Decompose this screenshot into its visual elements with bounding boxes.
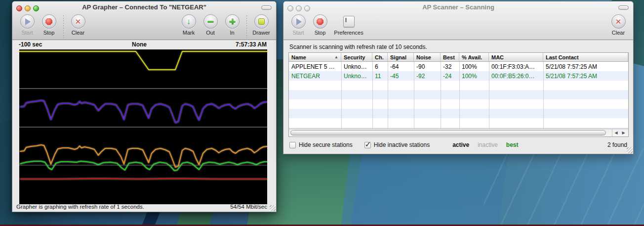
play-icon (291, 14, 306, 29)
legend-best: best (506, 141, 519, 148)
preferences-icon (343, 14, 355, 29)
table-row-applenet[interactable]: APPLENET 5 … Unkno… 6 -64 -90 -32 100% 0… (289, 62, 628, 71)
scanner-status-text: Scanner is scanning with refresh rate of… (289, 44, 427, 50)
hide-inactive-label: Hide inactive stations (374, 141, 430, 148)
series-signal-purple (20, 100, 267, 123)
scanner-footer: Hide secure stations Hide inactive stati… (283, 140, 633, 150)
column-header-channel[interactable]: Ch. (372, 53, 388, 61)
scanner-window-title: AP Scanner – Scanning (318, 3, 599, 11)
table-header: Name▲ Security Ch. Signal Noise Best % A… (289, 53, 628, 62)
scroll-left-arrow[interactable]: ◀ (612, 129, 620, 136)
mark-arrow-icon: ↓ (182, 14, 196, 29)
clear-x-icon: ✕ (611, 14, 626, 29)
grapher-window: AP Grapher – Connected To "NETGEAR" Star… (12, 1, 277, 212)
table-row-netgear[interactable]: NETGEAR Unkno… 11 -45 -92 -24 100% 00:0F… (289, 71, 628, 81)
found-count: 2 found (607, 141, 627, 148)
scanner-titlebar[interactable]: AP Scanner – Scanning (283, 1, 633, 12)
stop-button[interactable]: Stop (309, 14, 331, 36)
zoom-in-button[interactable]: In (221, 14, 243, 36)
zoom-button[interactable] (33, 5, 39, 11)
scale-time-label: 7:57:33 AM (236, 41, 267, 48)
minimize-button[interactable] (25, 5, 31, 11)
hide-secure-label: Hide secure stations (299, 141, 353, 148)
mark-button[interactable]: ↓ Mark (178, 14, 200, 36)
column-header-mac[interactable]: MAC (489, 53, 543, 61)
hide-inactive-checkbox-group[interactable]: Hide inactive stations (364, 141, 430, 148)
zoom-button[interactable] (304, 5, 310, 11)
legend-active: active (452, 141, 469, 148)
status-legend: active inactive best (452, 141, 518, 148)
graph-scale-row: -100 sec None 7:57:33 AM (12, 40, 276, 49)
plus-icon (225, 14, 240, 29)
preferences-button[interactable]: Preferences (331, 14, 366, 36)
grapher-window-chrome: AP Grapher – Connected To "NETGEAR" Star… (12, 1, 276, 40)
table-body: APPLENET 5 … Unkno… 6 -64 -90 -32 100% 0… (289, 62, 628, 129)
column-header-name[interactable]: Name▲ (289, 53, 341, 61)
grapher-titlebar[interactable]: AP Grapher – Connected To "NETGEAR" (12, 1, 276, 12)
clear-button[interactable]: ✕ Clear (67, 14, 89, 36)
scale-center-label: None (12, 41, 266, 48)
minimize-button[interactable] (296, 5, 302, 11)
minus-icon (203, 14, 218, 29)
sort-ascending-icon: ▲ (332, 55, 338, 59)
hide-secure-checkbox[interactable] (289, 142, 296, 148)
clear-button[interactable]: ✕ Clear (607, 14, 629, 36)
column-header-security[interactable]: Security (341, 53, 372, 61)
series-baseline-red (20, 179, 267, 179)
scanner-window-chrome: AP Scanner – Scanning Start Stop Prefere… (283, 1, 633, 40)
grapher-window-title: AP Grapher – Connected To "NETGEAR" (47, 3, 242, 11)
column-header-signal[interactable]: Signal (388, 53, 414, 61)
column-header-best[interactable]: Best (441, 53, 459, 61)
legend-inactive: inactive (478, 141, 498, 148)
grapher-content: -100 sec None 7:57:33 AM Grapher is grap… (12, 40, 276, 212)
scanner-content: Scanner is scanning with refresh rate of… (283, 40, 633, 154)
series-rate-orange (20, 145, 267, 167)
scanner-window: AP Scanner – Scanning Start Stop Prefere… (283, 1, 634, 154)
close-button[interactable] (16, 5, 22, 11)
toolbar-separator (246, 15, 247, 38)
clear-x-icon: ✕ (71, 14, 85, 29)
play-icon (20, 14, 35, 29)
grapher-statusbar: Grapher is graphing with refresh rate of… (12, 203, 276, 212)
zoom-out-button[interactable]: Out (200, 14, 221, 36)
resize-grip[interactable] (270, 205, 276, 211)
start-button[interactable]: Start (16, 14, 38, 36)
close-button[interactable] (287, 5, 293, 11)
column-header-noise[interactable]: Noise (414, 53, 441, 61)
stop-icon (313, 14, 327, 29)
series-rate-green (20, 161, 267, 171)
column-header-last-contact[interactable]: Last Contact (543, 53, 628, 61)
station-list: Name▲ Security Ch. Signal Noise Best % A… (288, 52, 629, 137)
traffic-lights (287, 5, 310, 11)
stop-button[interactable]: Stop (38, 14, 60, 36)
drawer-button[interactable]: Drawer (250, 14, 272, 36)
column-header-avail[interactable]: % Avail. (459, 53, 489, 61)
toolbar-separator (63, 15, 64, 38)
scanner-toolbar: Start Stop Preferences ✕ Clear (283, 12, 633, 40)
wallpaper-band (484, 148, 644, 226)
drawer-icon (254, 14, 269, 29)
horizontal-scrollbar[interactable]: ◀ ▶ (289, 129, 628, 136)
toolbar-toggle-pill[interactable] (261, 5, 272, 10)
grapher-rate-text: 54/54 Mbit/sec (230, 204, 267, 212)
traffic-lights (16, 5, 39, 11)
grapher-toolbar: Start Stop ✕ Clear ↓ Mark Ou (12, 12, 276, 40)
grapher-status-text: Grapher is graphing with refresh rate of… (16, 204, 144, 212)
resize-grip[interactable] (627, 147, 633, 153)
hide-secure-checkbox-group[interactable]: Hide secure stations (289, 141, 353, 148)
stop-icon (42, 14, 56, 29)
scroll-right-arrow[interactable]: ▶ (620, 129, 627, 136)
series-marker-yellow (19, 51, 267, 70)
start-button[interactable]: Start (287, 14, 309, 36)
desktop-wallpaper: AP Grapher – Connected To "NETGEAR" Star… (0, 0, 644, 226)
grapher-chart (19, 49, 267, 204)
scrollbar-thumb[interactable] (290, 130, 606, 136)
hide-inactive-checkbox[interactable] (364, 142, 371, 148)
toolbar-toggle-pill[interactable] (618, 5, 629, 10)
graph-plot-area (19, 49, 267, 204)
